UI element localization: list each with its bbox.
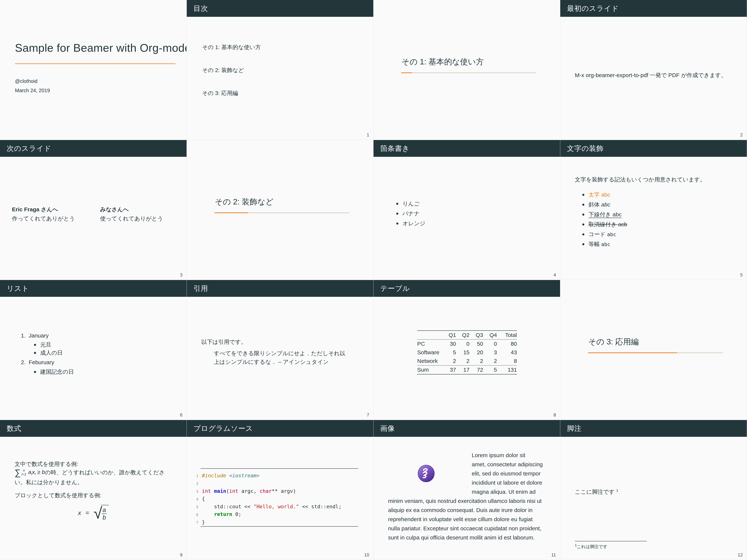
page-number: 10 <box>364 552 369 558</box>
slide-title-page: Sample for Beamer with Org-mode @clothoi… <box>0 0 187 140</box>
styled-sample: abc <box>601 241 610 247</box>
numerator: a <box>102 506 107 513</box>
token: ** argv) <box>272 488 296 494</box>
bullet-icon <box>34 371 36 373</box>
frame-title: 文字の装飾 <box>567 144 603 153</box>
frame-header: 最初のスライド <box>560 0 747 17</box>
slide-image: 画像 Lorem ipsum dolor sit amet, consectet… <box>374 420 560 560</box>
code-line: #include <iostream> <box>202 473 260 478</box>
eq-lhs: x <box>78 509 81 516</box>
math-expr: aixi ≥ b <box>28 469 45 476</box>
slide-toc: 目次 その 1: 基本的な使い方 その 2: 装飾など その 3: 応用編 1 <box>187 0 374 140</box>
body-text: M-x org-beamer-export-to-pdf 一発で PDF が作成… <box>575 72 727 79</box>
list-item: 太字 abc <box>582 191 610 198</box>
bullet-icon <box>582 223 584 225</box>
ordered-item: 2. Feburuary <box>21 358 54 366</box>
page-number: 8 <box>553 412 556 418</box>
frame-title: テーブル <box>380 284 410 293</box>
data-table: Q1 Q2 Q3 Q4 Total PC 30 0 50 0 80 Softwa… <box>417 330 517 374</box>
page-number: 5 <box>740 272 743 277</box>
cell: 2 <box>469 357 483 366</box>
token <box>202 511 214 517</box>
section-title: その 3: 応用編 <box>588 337 639 347</box>
slide-quote: 引用 以下は引用です。 すべてをできる限りシンプルにせよ．ただしそれ以 上はシン… <box>187 280 374 420</box>
cell: 5 <box>483 366 497 374</box>
cell: 3 <box>483 348 497 357</box>
cell: 17 <box>456 366 469 374</box>
token: } <box>202 519 205 525</box>
cell: 2 <box>456 357 469 366</box>
sum-symbol: ∑ <box>15 468 21 477</box>
slide-table: テーブル Q1 Q2 Q3 Q4 Total PC 30 0 50 0 80 S… <box>374 280 560 420</box>
code-line: return 0; <box>202 511 241 517</box>
radicand: a b <box>101 505 108 521</box>
body-text: 文字を装飾する記法もいくつか用意されています。 <box>575 176 705 183</box>
token: return <box>214 511 232 517</box>
list-item-label: 斜体 <box>589 202 601 208</box>
var: b <box>42 469 45 475</box>
section-progress-track <box>214 212 349 213</box>
frame-header: 次のスライド <box>0 140 186 157</box>
relation: ≥ <box>36 469 42 475</box>
token <box>211 488 214 494</box>
bullet-icon <box>34 352 36 354</box>
section-progress-track <box>401 73 536 73</box>
body-text: ここに脚注です 1 <box>575 488 618 496</box>
token: "Hello, world." <box>253 504 299 509</box>
sum-limits: n i=1 <box>22 469 26 476</box>
bullet-icon <box>582 233 584 235</box>
var: x <box>32 469 35 475</box>
list-item: 下線付き abc <box>582 211 621 218</box>
list-item-label: オレンジ <box>403 220 426 226</box>
frame-title: 最初のスライド <box>567 4 619 13</box>
frame-title: 脚注 <box>567 424 582 433</box>
bullet-icon <box>396 203 398 205</box>
quote-line: 上はシンプルにするな． – アインシュタイン <box>214 358 329 366</box>
frame-title: プログラムソース <box>194 424 253 433</box>
frame-header: 文字の装飾 <box>560 140 747 157</box>
toc-item: その 1: 基本的な使い方 <box>202 44 261 51</box>
table-row: Software 5 15 20 3 43 <box>417 348 517 357</box>
paragraph-line: sunt in culpa qui officia deserunt molli… <box>388 534 535 541</box>
section-progress-fill <box>401 73 412 73</box>
frame-title: 目次 <box>194 4 208 13</box>
sum-lower: i=1 <box>22 473 26 476</box>
section-progress-fill <box>214 212 248 213</box>
section-title: その 1: 基本的な使い方 <box>402 57 484 67</box>
list-item: オレンジ <box>396 220 426 227</box>
line-number: 4 <box>192 497 198 501</box>
emacs-logo <box>417 464 435 483</box>
block-body-left: 作ってくれてありがとう <box>12 215 75 222</box>
paragraph-line: amet, consectetur adipiscing <box>472 461 543 468</box>
token: ( <box>226 488 229 494</box>
toc-item: その 2: 装飾など <box>202 66 244 74</box>
paragraph-line: nulla pariatur. Excepteur sint occaecat … <box>388 525 541 532</box>
list-item: 取消線付き acb <box>582 221 627 228</box>
paragraph-line: incididunt ut labore et dolore <box>472 479 542 486</box>
frame-header: 脚注 <box>560 420 747 437</box>
list-item: 斜体 abc <box>582 201 610 208</box>
list-item: 等幅 abc <box>582 240 610 248</box>
token: main <box>214 488 226 494</box>
cell: PC <box>417 340 444 348</box>
token: int <box>229 488 238 494</box>
body-text: 以下は引用です。 <box>201 338 247 346</box>
code-rule-top <box>201 468 358 469</box>
table-sum-row: Sum 37 17 72 5 131 <box>417 366 517 374</box>
cell: 30 <box>444 340 456 348</box>
cell: 72 <box>469 366 483 374</box>
cell: Network <box>417 357 444 366</box>
cell: 131 <box>497 366 517 374</box>
frame-header: 画像 <box>374 420 560 437</box>
footnote-marker: 1 <box>616 488 618 492</box>
list-item-label: りんご <box>403 201 420 207</box>
page-number: 12 <box>738 552 743 558</box>
cell: 80 <box>497 340 517 348</box>
paragraph-line: reprehenderit in voluptate velit esse ci… <box>388 515 533 523</box>
slide-bullets: 箇条書き りんご バナナ オレンジ 4 <box>374 140 560 280</box>
frame-title: 次のスライド <box>7 144 51 153</box>
slide-first: 最初のスライド M-x org-beamer-export-to-pdf 一発で… <box>560 0 747 140</box>
frame-header: プログラムソース <box>187 420 373 437</box>
date: March 24, 2019 <box>15 88 50 94</box>
page-number: 11 <box>551 552 556 558</box>
